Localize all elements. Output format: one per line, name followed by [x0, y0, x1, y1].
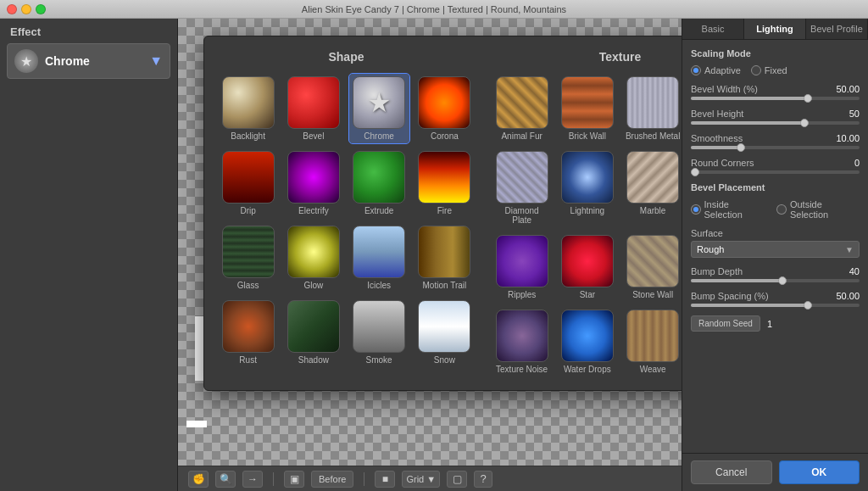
- crop-button[interactable]: ▣: [284, 471, 304, 488]
- grid-dropdown-button[interactable]: Grid ▼: [402, 471, 440, 488]
- smoothness-slider[interactable]: [691, 146, 860, 149]
- surface-value: Rough: [697, 244, 724, 254]
- effect-selector[interactable]: ★ Chrome ▼: [7, 43, 170, 79]
- bump-spacing-label: Bump Spacing (%): [691, 291, 769, 301]
- texture-item-texturenoise[interactable]: Texture Noise: [492, 307, 552, 377]
- texture-grid: Animal FurBrick WallBrushed MetalCloudsD…: [492, 74, 682, 377]
- adaptive-radio[interactable]: Adaptive: [691, 65, 741, 75]
- texture-item-animalfur[interactable]: Animal Fur: [492, 74, 552, 143]
- fixed-label: Fixed: [765, 65, 787, 75]
- shape-item-electrify[interactable]: Electrify: [283, 148, 343, 218]
- tab-basic[interactable]: Basic: [682, 19, 744, 39]
- bevel-width-thumb[interactable]: [804, 94, 812, 103]
- texture-item-marble[interactable]: Marble: [623, 148, 682, 227]
- left-panel: Effect ★ Chrome ▼: [0, 19, 178, 491]
- zoom-tool-button[interactable]: 🔍: [215, 471, 236, 488]
- smoothness-thumb[interactable]: [737, 143, 745, 152]
- bump-depth-thumb[interactable]: [778, 276, 787, 285]
- shape-thumb-extrude: [353, 151, 405, 204]
- inside-selection-radio[interactable]: Inside Selection: [691, 199, 766, 220]
- texture-item-star[interactable]: Star: [557, 232, 617, 302]
- scaling-mode-radio-row: Adaptive Fixed: [691, 65, 860, 75]
- shape-item-smoke[interactable]: Smoke: [349, 298, 409, 367]
- texture-item-brushedmetal[interactable]: Brushed Metal: [623, 74, 682, 143]
- shape-thumb-backlight: [222, 76, 275, 129]
- cancel-button[interactable]: Cancel: [691, 460, 772, 484]
- texture-item-diamondplate[interactable]: Diamond Plate: [492, 148, 552, 227]
- shape-item-snow[interactable]: Snow: [415, 298, 475, 367]
- surface-select[interactable]: Rough ▼: [691, 241, 860, 258]
- bevel-height-thumb[interactable]: [800, 119, 809, 127]
- random-seed-button[interactable]: Random Seed: [691, 315, 760, 332]
- round-corners-value: 0: [854, 158, 860, 168]
- shape-item-fire[interactable]: Fire: [415, 148, 475, 218]
- preview-square-button[interactable]: ■: [375, 471, 395, 488]
- hand-tool-button[interactable]: ✊: [188, 471, 209, 488]
- bevel-width-label: Bevel Width (%): [691, 84, 758, 94]
- round-corners-slider[interactable]: [691, 170, 860, 174]
- shape-item-glow[interactable]: Glow: [283, 223, 343, 293]
- shape-item-rust[interactable]: Rust: [218, 298, 278, 367]
- texture-item-waterdrops[interactable]: Water Drops: [557, 307, 617, 377]
- round-corners-thumb[interactable]: [691, 168, 699, 176]
- shape-thumb-bevel: [287, 76, 340, 129]
- minimize-button[interactable]: [21, 4, 31, 14]
- bevel-width-row: Bevel Width (%) 50.00: [691, 84, 860, 94]
- shape-item-backlight[interactable]: Backlight: [218, 74, 278, 143]
- shape-label-chrome: Chrome: [364, 131, 394, 141]
- texture-label-diamondplate: Diamond Plate: [494, 206, 549, 225]
- bump-spacing-thumb[interactable]: [804, 301, 812, 310]
- shape-item-glass[interactable]: Glass: [218, 223, 278, 293]
- tab-bevel-profile[interactable]: Bevel Profile: [806, 19, 868, 39]
- texture-label-waterdrops: Water Drops: [564, 365, 611, 374]
- outside-selection-radio[interactable]: Outside Selection: [776, 199, 860, 220]
- texture-thumb-star: [561, 235, 614, 287]
- shape-item-chrome[interactable]: ★Chrome: [349, 74, 409, 143]
- shape-label-glass: Glass: [237, 281, 259, 290]
- texture-item-weave[interactable]: Weave: [623, 307, 682, 377]
- toolbar-separator-2: [364, 472, 364, 486]
- main-layout: Effect ★ Chrome ▼ NoNaMe Shape Backlight…: [0, 19, 868, 491]
- texture-thumb-brushedmetal: [626, 76, 679, 129]
- shape-item-motiontrail[interactable]: Motion Trail: [415, 223, 475, 293]
- bevel-height-value: 50: [849, 109, 860, 119]
- shape-item-corona[interactable]: Corona: [415, 74, 475, 143]
- smoothness-row: Smoothness 10.00: [691, 133, 860, 143]
- bevel-height-slider[interactable]: [691, 121, 860, 125]
- tab-lighting[interactable]: Lighting: [744, 19, 806, 39]
- texture-item-ripples[interactable]: Ripples: [492, 232, 552, 302]
- ok-button[interactable]: OK: [779, 460, 860, 484]
- texture-item-lightning[interactable]: Lightning: [557, 148, 617, 227]
- shape-label-bevel: Bevel: [303, 131, 324, 141]
- preset-dialog-inner: Shape BacklightBevel★ChromeCoronaDripEle…: [204, 36, 682, 390]
- before-button[interactable]: Before: [311, 471, 353, 488]
- help-button[interactable]: ?: [474, 471, 492, 488]
- fixed-radio[interactable]: Fixed: [751, 65, 787, 75]
- surface-label: Surface: [691, 228, 723, 238]
- shape-thumb-motiontrail: [418, 226, 470, 278]
- shape-item-drip[interactable]: Drip: [218, 148, 278, 218]
- maximize-button[interactable]: [36, 4, 46, 14]
- bevel-height-row: Bevel Height 50: [691, 109, 860, 119]
- effect-name: Chrome: [45, 54, 142, 68]
- close-button[interactable]: [7, 4, 17, 14]
- bump-spacing-slider[interactable]: [691, 304, 860, 307]
- bevel-width-slider[interactable]: [691, 97, 860, 100]
- shape-thumb-drip: [222, 151, 275, 204]
- shape-item-extrude[interactable]: Extrude: [349, 148, 409, 218]
- traffic-lights: [7, 4, 46, 14]
- fit-button[interactable]: ▢: [447, 471, 467, 488]
- shape-grid: BacklightBevel★ChromeCoronaDripElectrify…: [218, 74, 475, 367]
- random-seed-row: Random Seed 1: [691, 315, 860, 332]
- shape-item-bevel[interactable]: Bevel: [283, 74, 343, 143]
- shape-item-shadow[interactable]: Shadow: [283, 298, 343, 367]
- bump-spacing-fill: [691, 304, 809, 307]
- texture-item-brickwall[interactable]: Brick Wall: [557, 74, 617, 143]
- shape-item-icicles[interactable]: Icicles: [349, 223, 409, 293]
- select-tool-button[interactable]: →: [242, 471, 263, 488]
- shape-label-icicles: Icicles: [367, 281, 391, 290]
- outside-selection-circle: [776, 204, 787, 215]
- right-content: Scaling Mode Adaptive Fixed Bevel Width …: [682, 40, 868, 453]
- bump-depth-slider[interactable]: [691, 279, 860, 282]
- texture-item-stonewall[interactable]: Stone Wall: [623, 232, 682, 302]
